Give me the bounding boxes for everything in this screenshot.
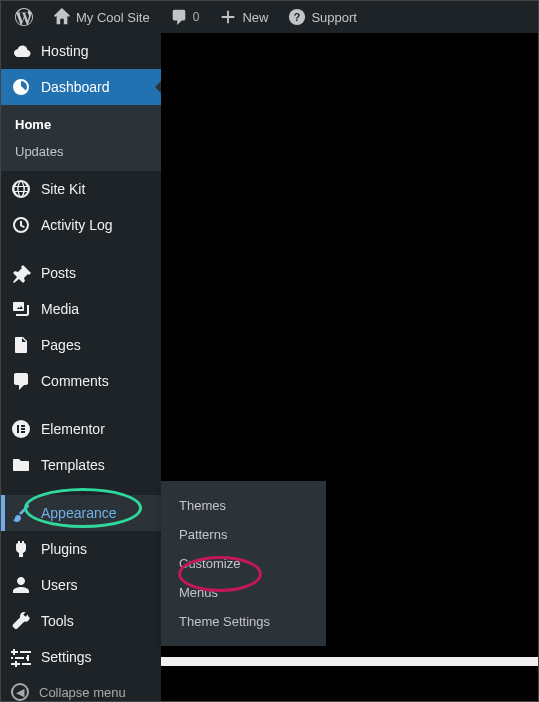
sidebar-item-activitylog[interactable]: Activity Log (1, 207, 161, 243)
sidebar-item-appearance[interactable]: Appearance (1, 495, 161, 531)
plus-icon (219, 8, 237, 26)
clock-icon (11, 215, 31, 235)
svg-rect-6 (21, 431, 25, 433)
flyout-item-themes[interactable]: Themes (161, 491, 326, 520)
pages-icon (11, 335, 31, 355)
media-icon (11, 299, 31, 319)
home-icon (53, 8, 71, 26)
sidebar-label-users: Users (41, 577, 78, 593)
submenu-item-home[interactable]: Home (1, 111, 161, 138)
plugin-icon (11, 539, 31, 559)
sidebar-label-settings: Settings (41, 649, 92, 665)
content-strip (161, 657, 538, 666)
collapse-icon: ◀ (11, 683, 29, 701)
sidebar-label-appearance: Appearance (41, 505, 117, 521)
folder-icon (11, 455, 31, 475)
sidebar-label-media: Media (41, 301, 79, 317)
wordpress-icon (15, 8, 33, 26)
sidebar-item-comments[interactable]: Comments (1, 363, 161, 399)
menu-separator (1, 399, 161, 411)
site-title-text: My Cool Site (76, 10, 150, 25)
sidebar-label-templates: Templates (41, 457, 105, 473)
sidebar-item-users[interactable]: Users (1, 567, 161, 603)
sidebar-label-hosting: Hosting (41, 43, 88, 59)
menu-separator (1, 243, 161, 255)
sidebar-item-elementor[interactable]: Elementor (1, 411, 161, 447)
site-title-button[interactable]: My Cool Site (45, 1, 158, 33)
sidebar-label-activitylog: Activity Log (41, 217, 113, 233)
flyout-item-menus[interactable]: Menus (161, 578, 326, 607)
wordpress-logo-button[interactable] (7, 1, 41, 33)
sidebar-item-posts[interactable]: Posts (1, 255, 161, 291)
dashboard-icon (11, 77, 31, 97)
sidebar-item-sitekit[interactable]: Site Kit (1, 171, 161, 207)
sidebar-item-plugins[interactable]: Plugins (1, 531, 161, 567)
comment-icon (170, 8, 188, 26)
sidebar-item-media[interactable]: Media (1, 291, 161, 327)
comments-icon (11, 371, 31, 391)
sidebar-item-templates[interactable]: Templates (1, 447, 161, 483)
new-content-button[interactable]: New (211, 1, 276, 33)
sidebar-label-posts: Posts (41, 265, 76, 281)
wrench-icon (11, 611, 31, 631)
svg-text:?: ? (294, 11, 301, 23)
comments-button[interactable]: 0 (162, 1, 208, 33)
dashboard-submenu: Home Updates (1, 105, 161, 171)
sidebar-item-tools[interactable]: Tools (1, 603, 161, 639)
sidebar-label-tools: Tools (41, 613, 74, 629)
elementor-icon (11, 419, 31, 439)
sidebar-label-comments: Comments (41, 373, 109, 389)
submenu-item-updates[interactable]: Updates (1, 138, 161, 165)
help-icon: ? (288, 8, 306, 26)
sliders-icon (11, 647, 31, 667)
svg-rect-4 (21, 425, 25, 427)
flyout-item-theme-settings[interactable]: Theme Settings (161, 607, 326, 636)
pushpin-icon (11, 263, 31, 283)
svg-rect-5 (21, 428, 25, 430)
sidebar-label-plugins: Plugins (41, 541, 87, 557)
support-button[interactable]: ? Support (280, 1, 365, 33)
sidebar-item-pages[interactable]: Pages (1, 327, 161, 363)
sidebar-label-pages: Pages (41, 337, 81, 353)
sidebar-label-elementor: Elementor (41, 421, 105, 437)
menu-separator (1, 483, 161, 495)
sitekit-icon (11, 179, 31, 199)
flyout-item-customize[interactable]: Customize (161, 549, 326, 578)
cloud-icon (11, 41, 31, 61)
sidebar-item-settings[interactable]: Settings (1, 639, 161, 675)
support-label: Support (311, 10, 357, 25)
sidebar-item-hosting[interactable]: Hosting (1, 33, 161, 69)
brush-icon (11, 503, 31, 523)
admin-toolbar: My Cool Site 0 New ? Support (1, 1, 538, 33)
svg-rect-3 (17, 425, 19, 433)
sidebar-label-dashboard: Dashboard (41, 79, 110, 95)
sidebar-item-dashboard[interactable]: Dashboard (1, 69, 161, 105)
user-icon (11, 575, 31, 595)
comments-count: 0 (193, 10, 200, 24)
flyout-item-patterns[interactable]: Patterns (161, 520, 326, 549)
collapse-menu-button[interactable]: ◀ Collapse menu (1, 675, 161, 702)
sidebar-label-sitekit: Site Kit (41, 181, 85, 197)
appearance-flyout: Themes Patterns Customize Menus Theme Se… (161, 481, 326, 646)
collapse-label: Collapse menu (39, 685, 126, 700)
new-label: New (242, 10, 268, 25)
admin-sidebar: Hosting Dashboard Home Updates Site Kit … (1, 33, 161, 701)
